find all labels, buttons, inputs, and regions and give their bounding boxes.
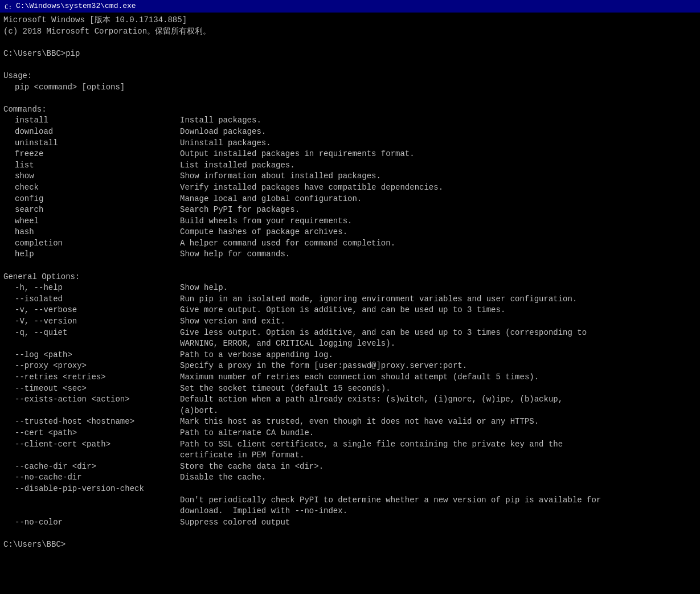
cmd-name-wheel: wheel — [15, 216, 180, 227]
cmd-name-check: check — [15, 182, 180, 194]
cmd-desc-list: List installed packages. — [180, 160, 295, 171]
opt-cache-dir: --cache-dir <dir> Store the cache data i… — [3, 461, 697, 473]
cmd-name-download: download — [15, 126, 180, 138]
cmd-uninstall: uninstall Uninstall packages. — [3, 138, 697, 149]
cmd-search: search Search PyPI for packages. — [3, 204, 697, 216]
cmd-help: help Show help for commands. — [3, 249, 697, 260]
cmd-desc-wheel: Build wheels from your requirements. — [180, 216, 352, 227]
pip-command-line: C:\Users\BBC>pip — [3, 48, 697, 60]
opt-desc-no-cache-dir: Disable the cache. — [180, 472, 266, 484]
opt-desc-proxy: Specify a proxy in the form [user:passwd… — [180, 361, 467, 372]
cmd-desc-freeze: Output installed packages in requirement… — [180, 149, 415, 160]
opt-flag-isolated: --isolated — [15, 294, 180, 305]
opt-desc-client-cert: Path to SSL client certificate, a single… — [180, 439, 563, 450]
opt-desc-log: Path to a verbose appending log. — [180, 350, 333, 361]
cmd-name-install: install — [15, 115, 180, 126]
opt-desc-timeout: Set the socket timeout (default 15 secon… — [180, 383, 391, 395]
opt-desc-verbose: Give more output. Option is additive, an… — [180, 305, 505, 316]
opt-trusted-host: --trusted-host <hostname> Mark this host… — [3, 416, 697, 428]
commands-list: install Install packages. download Downl… — [3, 115, 697, 260]
opt-no-color: --no-color Suppress colored output — [3, 517, 697, 529]
opt-log: --log <path> Path to a verbose appending… — [3, 350, 697, 361]
cmd-desc-install: Install packages. — [180, 115, 261, 126]
opt-flag-disable-pip: --disable-pip-version-check — [15, 484, 180, 495]
opt-flag-verbose: -v, --verbose — [15, 305, 180, 316]
opt-proxy: --proxy <proxy> Specify a proxy in the f… — [3, 361, 697, 372]
cmd-show: show Show information about installed pa… — [3, 171, 697, 182]
opt-desc-isolated: Run pip in an isolated mode, ignoring en… — [180, 294, 577, 305]
blank4 — [3, 260, 697, 272]
cmd-desc-config: Manage local and global configuration. — [180, 194, 362, 205]
opt-exists-action-row: --exists-action <action> Default action … — [15, 394, 697, 405]
opt-flag-log: --log <path> — [15, 350, 180, 361]
cmd-name-help: help — [15, 249, 180, 260]
opt-disable-pip-version-check: --disable-pip-version-check Don't period… — [3, 484, 697, 517]
cmd-install: install Install packages. — [3, 115, 697, 126]
opt-isolated: --isolated Run pip in an isolated mode, … — [3, 294, 697, 305]
general-options-header: General Options: — [3, 272, 697, 283]
opt-exists-action: --exists-action <action> Default action … — [3, 394, 697, 416]
opt-verbose: -v, --verbose Give more output. Option i… — [3, 305, 697, 316]
cmd-desc-help: Show help for commands. — [180, 249, 290, 260]
opt-desc-trusted-host: Mark this host as trusted, even though i… — [180, 416, 539, 428]
opt-desc-no-color: Suppress colored output — [180, 517, 290, 529]
opt-flag-quiet: -q, --quiet — [15, 327, 180, 339]
opt-desc-disable-pip-1: Don't periodically check PyPI to determi… — [15, 495, 697, 506]
opt-flag-cache-dir: --cache-dir <dir> — [15, 461, 180, 473]
opt-flag-version: -V, --version — [15, 316, 180, 327]
opt-version: -V, --version Show version and exit. — [3, 316, 697, 327]
cmd-desc-check: Verify installed packages have compatibl… — [180, 182, 443, 194]
cmd-list: list List installed packages. — [3, 160, 697, 171]
final-prompt[interactable]: C:\Users\BBC> — [3, 539, 697, 551]
svg-text:C:\: C:\ — [5, 3, 13, 11]
opt-retries: --retries <retries> Maximum number of re… — [3, 372, 697, 383]
cmd-completion: completion A helper command used for com… — [3, 238, 697, 249]
usage-header: Usage: — [3, 71, 697, 82]
opt-flag-trusted-host: --trusted-host <hostname> — [15, 416, 180, 428]
cmd-icon: C:\ — [3, 2, 13, 11]
opt-flag-cert: --cert <path> — [15, 428, 180, 439]
cmd-name-completion: completion — [15, 238, 180, 249]
cmd-config: config Manage local and global configura… — [3, 194, 697, 205]
terminal-body: Microsoft Windows [版本 10.0.17134.885] (c… — [0, 13, 700, 553]
blank1 — [3, 37, 697, 48]
cmd-name-hash: hash — [15, 227, 180, 238]
copyright-line: (c) 2018 Microsoft Corporation。保留所有权利。 — [3, 26, 697, 38]
opt-quiet: -q, --quiet Give less output. Option is … — [3, 327, 697, 350]
cmd-desc-completion: A helper command used for command comple… — [180, 238, 395, 249]
opt-flag-exists-action: --exists-action <action> — [15, 394, 180, 405]
commands-header: Commands: — [3, 104, 697, 116]
win-version-line: Microsoft Windows [版本 10.0.17134.885] — [3, 15, 697, 26]
cmd-hash: hash Compute hashes of package archives. — [3, 227, 697, 238]
cmd-name-uninstall: uninstall — [15, 138, 180, 149]
opt-desc-help: Show help. — [180, 282, 228, 294]
opt-cert: --cert <path> Path to alternate CA bundl… — [3, 428, 697, 439]
cmd-name-show: show — [15, 171, 180, 182]
opt-no-cache-dir: --no-cache-dir Disable the cache. — [3, 472, 697, 484]
opt-desc-cache-dir: Store the cache data in <dir>. — [180, 461, 324, 473]
cmd-check: check Verify installed packages have com… — [3, 182, 697, 194]
cmd-name-search: search — [15, 204, 180, 216]
cmd-freeze: freeze Output installed packages in requ… — [3, 149, 697, 160]
opt-flag-no-cache-dir: --no-cache-dir — [15, 472, 180, 484]
opt-help: -h, --help Show help. — [3, 282, 697, 294]
usage-syntax: pip <command> [options] — [3, 82, 697, 93]
cmd-desc-hash: Compute hashes of package archives. — [180, 227, 347, 238]
cmd-download: download Download packages. — [3, 126, 697, 138]
opt-desc-disable-pip-2: download. Implied with --no-index. — [15, 506, 697, 517]
cmd-desc-download: Download packages. — [180, 126, 266, 138]
opt-client-cert-row: --client-cert <path> Path to SSL client … — [15, 439, 697, 450]
cmd-desc-uninstall: Uninstall packages. — [180, 138, 271, 149]
opt-desc-quiet: Give less output. Option is additive, an… — [180, 327, 587, 339]
cmd-name-config: config — [15, 194, 180, 205]
opt-desc-exists-action-cont: (a)bort. — [15, 405, 697, 417]
opt-desc-cert: Path to alternate CA bundle. — [180, 428, 314, 439]
opt-flag-no-color: --no-color — [15, 517, 180, 529]
options-list: -h, --help Show help. --isolated Run pip… — [3, 282, 697, 528]
opt-timeout: --timeout <sec> Set the socket timeout (… — [3, 383, 697, 395]
opt-desc-version: Show version and exit. — [180, 316, 285, 327]
blank5 — [3, 528, 697, 539]
opt-desc-client-cert-cont: certificate in PEM format. — [15, 450, 697, 461]
opt-flag-client-cert: --client-cert <path> — [15, 439, 180, 450]
opt-flag-proxy: --proxy <proxy> — [15, 361, 180, 372]
